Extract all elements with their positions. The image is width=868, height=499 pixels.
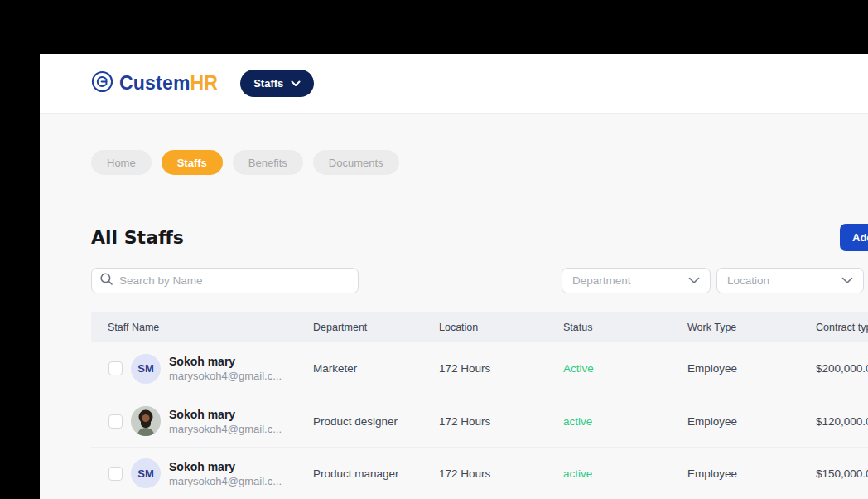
tab-staffs[interactable]: Staffs — [162, 150, 223, 175]
brand-name: CustemHR — [119, 72, 218, 94]
staff-email: marysokoh4@gmail.c... — [169, 423, 282, 435]
staff-cell: Sokoh mary marysokoh4@gmail.c... — [91, 406, 305, 436]
search-input[interactable] — [119, 274, 350, 287]
ch-monogram-icon — [91, 70, 113, 96]
column-header-contract-type: Contract type — [808, 322, 868, 333]
status-badge: active — [555, 468, 679, 480]
row-checkbox[interactable] — [108, 467, 123, 481]
status-badge: Active — [555, 362, 679, 375]
table-row[interactable]: Sokoh mary marysokoh4@gmail.c... Product… — [91, 395, 868, 447]
table-row[interactable]: SM Sokoh mary marysokoh4@gmail.c... Mark… — [91, 342, 868, 395]
location-cell: 172 Hours — [431, 362, 555, 375]
staff-identity: Sokoh mary marysokoh4@gmail.c... — [169, 460, 282, 487]
chevron-down-icon — [841, 277, 853, 284]
row-checkbox[interactable] — [108, 414, 123, 429]
staff-name: Sokoh mary — [169, 460, 282, 473]
location-filter-select[interactable]: Location — [716, 268, 864, 293]
column-header-department: Department — [305, 322, 431, 333]
department-cell: Product designer — [305, 415, 431, 428]
tab-documents[interactable]: Documents — [313, 150, 399, 175]
location-cell: 172 Hours — [431, 468, 555, 480]
column-header-status: Status — [555, 322, 679, 333]
top-bar: CustemHR Staffs — [40, 54, 868, 114]
status-badge: active — [555, 415, 679, 428]
tab-benefits[interactable]: Benefits — [233, 150, 303, 175]
contract-type-cell: $200,000.00 — [808, 362, 868, 375]
contract-type-cell: $150,000.00 — [808, 468, 868, 480]
avatar-initials: SM — [131, 458, 161, 488]
brand-logo: CustemHR — [91, 70, 218, 96]
staff-table: Staff Name Department Location Status Wo… — [91, 312, 868, 499]
chevron-down-icon — [688, 277, 700, 284]
staff-cell: SM Sokoh mary marysokoh4@gmail.c... — [91, 458, 305, 488]
work-type-cell: Employee — [679, 468, 808, 480]
avatar-initials: SM — [131, 354, 161, 384]
search-box — [91, 268, 359, 293]
staff-identity: Sokoh mary marysokoh4@gmail.c... — [169, 355, 282, 382]
column-header-staff-name: Staff Name — [91, 322, 305, 333]
app-window: CustemHR Staffs Home Staffs Benefits Doc… — [40, 54, 868, 499]
add-staff-button[interactable]: Add — [840, 224, 868, 251]
location-cell: 172 Hours — [431, 415, 555, 428]
table-header-row: Staff Name Department Location Status Wo… — [91, 312, 868, 342]
avatar-photo — [131, 406, 161, 436]
search-icon — [100, 273, 113, 288]
brand-name-primary: Custem — [119, 72, 190, 94]
department-cell: Marketer — [305, 362, 431, 375]
nav-tabs: Home Staffs Benefits Documents — [91, 150, 399, 175]
staff-name: Sokoh mary — [169, 408, 282, 421]
staff-cell: SM Sokoh mary marysokoh4@gmail.c... — [91, 354, 305, 384]
row-checkbox[interactable] — [108, 361, 123, 375]
chevron-down-icon — [291, 80, 301, 87]
staff-email: marysokoh4@gmail.c... — [169, 370, 282, 382]
work-type-cell: Employee — [679, 362, 808, 375]
column-header-location: Location — [431, 322, 555, 333]
staff-email: marysokoh4@gmail.c... — [169, 475, 282, 487]
work-type-cell: Employee — [679, 415, 808, 428]
department-cell: Product manager — [305, 468, 431, 480]
staff-identity: Sokoh mary marysokoh4@gmail.c... — [169, 408, 282, 435]
location-filter-label: Location — [727, 274, 769, 287]
department-filter-select[interactable]: Department — [562, 268, 711, 293]
tab-home[interactable]: Home — [91, 150, 152, 175]
department-filter-label: Department — [572, 274, 631, 287]
brand-name-secondary: HR — [190, 72, 219, 94]
column-header-work-type: Work Type — [679, 322, 808, 333]
workspace-dropdown-button[interactable]: Staffs — [240, 70, 314, 97]
page-title: All Staffs — [91, 227, 184, 248]
workspace-dropdown-label: Staffs — [253, 77, 283, 90]
contract-type-cell: $120,000.00 — [808, 415, 868, 428]
table-row[interactable]: SM Sokoh mary marysokoh4@gmail.c... Prod… — [91, 447, 868, 499]
staff-name: Sokoh mary — [169, 355, 282, 368]
